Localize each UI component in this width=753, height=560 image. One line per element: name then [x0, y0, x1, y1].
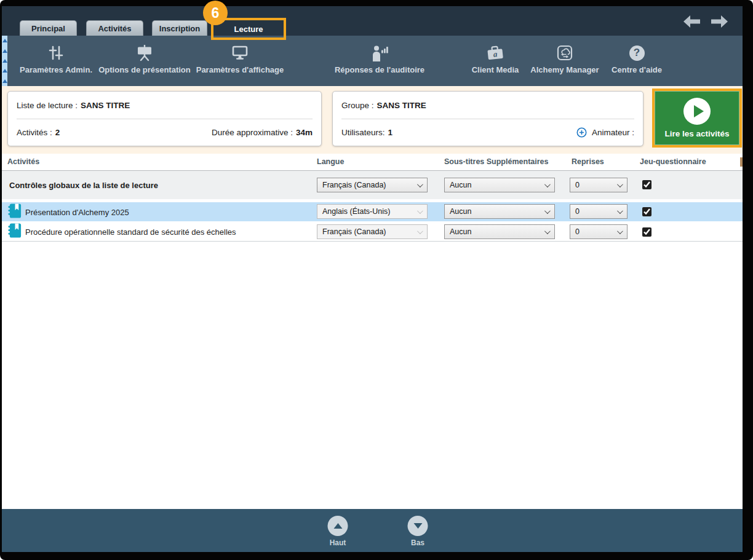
- audience-response-icon: [371, 44, 388, 62]
- move-up-label: Haut: [330, 538, 346, 547]
- toolbar-item-label: Paramètres d'affichage: [196, 65, 284, 74]
- table-row-global-controls: Contrôles globaux de la liste de lecture…: [2, 171, 743, 199]
- screenshot-frame: Principal Activités Inscription Lecture …: [0, 0, 753, 560]
- chevron-down-icon: [417, 208, 423, 214]
- play-activities-button[interactable]: Lire les activités: [652, 89, 742, 148]
- playlist-title-label: Liste de lecture :: [17, 101, 78, 110]
- chevron-down-icon: [617, 228, 623, 234]
- down-arrow-icon: [408, 516, 428, 536]
- language-select[interactable]: Français (Canada): [317, 178, 428, 192]
- approx-duration: Durée approximative :34m: [212, 128, 313, 137]
- add-animator-icon[interactable]: [576, 127, 587, 138]
- reorder-bar: Haut Bas: [2, 509, 743, 552]
- subtitles-select[interactable]: Aucun: [444, 204, 555, 219]
- chevron-down-icon: [544, 208, 551, 214]
- playlist-card: Liste de lecture : SANS TITRE Activités …: [7, 91, 322, 146]
- activity-book-icon: [7, 223, 22, 241]
- forward-arrow-icon[interactable]: [711, 15, 728, 28]
- repeats-select[interactable]: 0: [570, 224, 628, 239]
- col-header-activities: Activités: [7, 157, 39, 166]
- tab-principal[interactable]: Principal: [20, 20, 77, 36]
- table-header: Activités Langue Sous-titres Supplémenta…: [2, 154, 743, 171]
- help-icon: ?: [629, 44, 645, 62]
- toolbar-item-display-settings[interactable]: Paramètres d'affichage: [181, 36, 298, 86]
- tab-lecture-label: Lecture: [234, 25, 263, 34]
- table-row-activity-selected[interactable]: Présentation d'Alchemy 2025 Anglais (Éta…: [2, 202, 743, 221]
- quiz-checkbox[interactable]: [642, 227, 651, 237]
- group-title-label: Groupe :: [341, 101, 374, 110]
- step-badge: 6: [203, 1, 228, 25]
- language-select[interactable]: Anglais (États-Unis): [317, 204, 428, 219]
- quiz-checkbox[interactable]: [642, 207, 651, 216]
- playlist-title-row: Liste de lecture : SANS TITRE: [17, 92, 313, 119]
- toolbar-item-label: Options de présentation: [98, 65, 191, 74]
- group-title-row: Groupe : SANS TITRE: [341, 92, 634, 119]
- presentation-screen-icon: [135, 44, 154, 62]
- activity-book-icon: [7, 203, 22, 221]
- toolbar-item-label: Réponses de l'auditoire: [335, 65, 424, 74]
- repeats-select[interactable]: 0: [570, 204, 628, 219]
- col-header-quiz: Jeu-questionnaire: [640, 157, 706, 166]
- up-arrow-icon: [328, 516, 348, 536]
- toolbar-item-audience-responses[interactable]: Réponses de l'auditoire: [321, 36, 438, 86]
- row-title: Contrôles globaux de la liste de lecture: [9, 181, 158, 190]
- media-client-icon: a: [486, 44, 504, 62]
- col-header-subtitles: Sous-titres Supplémentaires: [444, 157, 549, 166]
- admin-sliders-icon: [48, 44, 64, 62]
- users-count: Utilisateurs:1: [341, 128, 392, 137]
- animator-label: Animateur :: [592, 128, 634, 137]
- row-title: Procédure opérationnelle standard de séc…: [25, 227, 236, 237]
- repeats-select[interactable]: 0: [570, 178, 628, 192]
- col-header-repeats: Reprises: [572, 157, 604, 166]
- chevron-down-icon: [417, 181, 423, 187]
- activities-table: Activités Langue Sous-titres Supplémenta…: [2, 154, 743, 509]
- playlist-stats-row: Activités :2 Durée approximative :34m: [17, 119, 313, 146]
- tab-activites[interactable]: Activités: [86, 20, 143, 36]
- chevron-down-icon: [544, 228, 551, 234]
- row-title: Présentation d'Alchemy 2025: [25, 207, 129, 216]
- alchemy-manager-icon: [556, 44, 573, 62]
- toolbar-item-help-center[interactable]: ? Centre d'aide: [578, 36, 695, 86]
- summary-band: Liste de lecture : SANS TITRE Activités …: [2, 86, 743, 154]
- move-up-button[interactable]: Haut: [328, 516, 348, 547]
- move-down-button[interactable]: Bas: [408, 516, 428, 547]
- chevron-down-icon: [617, 181, 623, 187]
- tab-inscription[interactable]: Inscription: [152, 20, 207, 36]
- language-select[interactable]: Français (Canada): [317, 224, 428, 239]
- toolbar-item-label: Centre d'aide: [612, 65, 662, 74]
- group-stats-row: Utilisateurs:1 Animateur :: [341, 119, 634, 146]
- group-title-value: SANS TITRE: [377, 101, 426, 110]
- history-navigation: [683, 15, 728, 28]
- activities-count: Activités :2: [17, 128, 60, 137]
- chevron-down-icon: [544, 181, 551, 187]
- toolbar: Paramètres Admin. Options de présentatio…: [2, 36, 743, 86]
- col-header-language: Langue: [317, 157, 344, 166]
- back-arrow-icon[interactable]: [683, 15, 700, 28]
- toolbar-item-label: Paramètres Admin.: [20, 65, 92, 74]
- app-window: Principal Activités Inscription Lecture …: [2, 6, 743, 552]
- play-icon: [683, 98, 711, 125]
- subtitles-select[interactable]: Aucun: [444, 224, 555, 239]
- chevron-down-icon: [417, 228, 423, 234]
- play-button-label: Lire les activités: [664, 129, 729, 138]
- quiz-checkbox[interactable]: [642, 180, 651, 189]
- tab-bar: Principal Activités Inscription Lecture: [2, 6, 743, 36]
- display-monitor-icon: [231, 44, 249, 62]
- cutoff-ui-fragment: [740, 157, 743, 167]
- table-row-activity[interactable]: Procédure opérationnelle standard de séc…: [2, 223, 743, 242]
- chevron-down-icon: [617, 208, 623, 214]
- group-card: Groupe : SANS TITRE Utilisateurs:1 Anima…: [332, 91, 643, 146]
- animator-field: Animateur :: [576, 127, 634, 138]
- move-down-label: Bas: [411, 538, 424, 547]
- subtitles-select[interactable]: Aucun: [444, 178, 555, 192]
- playlist-title-value: SANS TITRE: [81, 101, 130, 110]
